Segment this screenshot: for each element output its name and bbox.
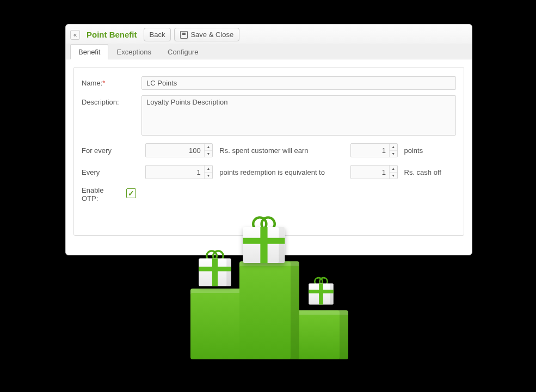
save-close-button[interactable]: Save & Close [174,28,239,41]
rule2-cash-input[interactable] [351,166,389,179]
required-asterisk: * [102,79,105,87]
back-button[interactable]: Back [144,28,171,41]
rule2-points-stepper[interactable]: ▲ ▼ [145,165,213,179]
spin-down-icon[interactable]: ▼ [390,173,397,179]
form-area: Name:* Description: For every ▲ ▼ Rs. sp… [66,59,472,243]
name-input[interactable] [141,76,456,90]
benefit-panel: Name:* Description: For every ▲ ▼ Rs. sp… [73,67,464,236]
back-button-label: Back [150,30,165,39]
rule2-middle-label: points redemption is equivalent to [219,168,344,176]
podium-illustration [190,240,365,370]
save-close-label: Save & Close [190,30,233,39]
spin-down-icon[interactable]: ▼ [205,151,213,157]
rule1-amount-input[interactable] [146,144,204,157]
tab-benefit[interactable]: Benefit [70,44,108,59]
rule1-for-every-label: For every [82,146,139,155]
titlebar: « Point Benefit Back Save & Close [66,24,472,44]
page-title: Point Benefit [83,30,140,39]
rule2-end-label: Rs. cash off [404,168,457,176]
description-input[interactable] [141,95,456,136]
spin-up-icon[interactable]: ▲ [390,166,397,173]
name-label: Name:* [82,76,141,87]
rule1-earn-stepper[interactable]: ▲ ▼ [350,143,397,157]
point-benefit-window: « Point Benefit Back Save & Close Benefi… [65,24,472,255]
enable-otp-checkbox[interactable]: ✓ [126,188,136,198]
rule1-middle-label: Rs. spent customer will earn [219,146,344,155]
tab-exceptions[interactable]: Exceptions [108,44,159,59]
rule1-amount-stepper[interactable]: ▲ ▼ [145,143,213,157]
tab-bar: Benefit Exceptions Configure [66,44,472,59]
collapse-chevron-icon[interactable]: « [70,30,80,40]
enable-otp-label: Enable OTP: [82,183,121,203]
save-icon [180,31,188,39]
rule2-every-label: Every [82,168,139,176]
spin-up-icon[interactable]: ▲ [205,144,213,151]
rule1-end-label: points [404,146,457,155]
spin-down-icon[interactable]: ▼ [205,173,213,179]
spin-up-icon[interactable]: ▲ [205,166,213,173]
rule1-earn-input[interactable] [351,144,389,157]
tab-configure[interactable]: Configure [159,44,206,59]
rule2-points-input[interactable] [146,166,204,179]
spin-up-icon[interactable]: ▲ [390,144,397,151]
rule2-cash-stepper[interactable]: ▲ ▼ [350,165,397,179]
spin-down-icon[interactable]: ▼ [390,151,397,157]
description-label: Description: [82,95,141,106]
